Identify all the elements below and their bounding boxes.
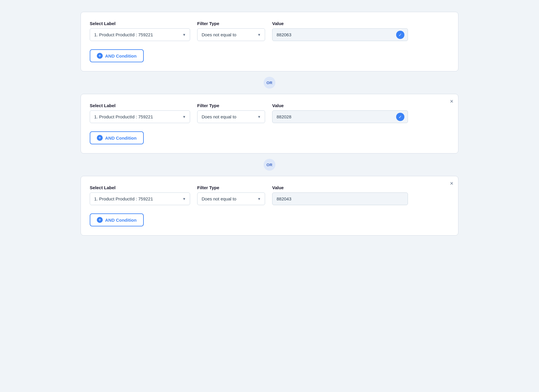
filter-row-3: Select Label 1. Product ProductId : 7592…	[90, 185, 449, 205]
close-button-3[interactable]: ×	[450, 180, 453, 186]
select-wrapper-3: 1. Product ProductId : 759221 ▼	[90, 192, 190, 205]
value-input-3[interactable]	[272, 192, 408, 205]
filter-type-wrapper-2: Does not equal to ▼	[197, 110, 265, 123]
field-group-filter-2: Filter Type Does not equal to ▼	[197, 103, 265, 123]
filter-type-input-1[interactable]: Does not equal to	[197, 28, 265, 41]
value-heading-2: Value	[272, 103, 408, 108]
and-condition-button-1[interactable]: + AND Condition	[90, 49, 144, 62]
value-heading-1: Value	[272, 21, 408, 26]
plus-icon-3: +	[97, 217, 103, 223]
select-label-input-1[interactable]: 1. Product ProductId : 759221	[90, 28, 190, 41]
value-heading-3: Value	[272, 185, 408, 190]
filter-type-input-2[interactable]: Does not equal to	[197, 110, 265, 123]
and-condition-label-3: AND Condition	[105, 218, 137, 223]
field-group-label-1: Select Label 1. Product ProductId : 7592…	[90, 21, 190, 41]
check-icon-2: ✓	[396, 113, 404, 121]
check-icon-1: ✓	[396, 31, 404, 39]
value-input-1[interactable]	[272, 28, 408, 41]
filter-group-1: Select Label 1. Product ProductId : 7592…	[81, 12, 458, 71]
filter-row-1: Select Label 1. Product ProductId : 7592…	[90, 21, 449, 41]
or-separator-2: OR	[81, 159, 458, 171]
filter-type-heading-3: Filter Type	[197, 185, 265, 190]
filter-row-2: Select Label 1. Product ProductId : 7592…	[90, 103, 449, 123]
page-container: Select Label 1. Product ProductId : 7592…	[81, 12, 458, 236]
and-condition-label-2: AND Condition	[105, 135, 137, 141]
close-button-2[interactable]: ×	[450, 98, 453, 104]
select-label-heading-2: Select Label	[90, 103, 190, 108]
filter-type-input-3[interactable]: Does not equal to	[197, 192, 265, 205]
and-condition-button-2[interactable]: + AND Condition	[90, 131, 144, 144]
filter-type-wrapper-3: Does not equal to ▼	[197, 192, 265, 205]
value-wrapper-3	[272, 192, 408, 205]
field-group-value-3: Value	[272, 185, 408, 205]
or-separator-1: OR	[81, 77, 458, 89]
field-group-label-3: Select Label 1. Product ProductId : 7592…	[90, 185, 190, 205]
value-wrapper-1: ✓	[272, 28, 408, 41]
or-badge-2: OR	[264, 159, 275, 171]
filter-group-3: × Select Label 1. Product ProductId : 75…	[81, 176, 458, 236]
field-group-value-1: Value ✓	[272, 21, 408, 41]
filter-type-heading-2: Filter Type	[197, 103, 265, 108]
value-input-2[interactable]	[272, 110, 408, 123]
or-badge-1: OR	[264, 77, 275, 89]
value-wrapper-2: ✓	[272, 110, 408, 123]
filter-type-heading-1: Filter Type	[197, 21, 265, 26]
select-label-input-2[interactable]: 1. Product ProductId : 759221	[90, 110, 190, 123]
and-condition-label-1: AND Condition	[105, 53, 137, 58]
select-wrapper-1: 1. Product ProductId : 759221 ▼	[90, 28, 190, 41]
field-group-filter-1: Filter Type Does not equal to ▼	[197, 21, 265, 41]
select-label-input-3[interactable]: 1. Product ProductId : 759221	[90, 192, 190, 205]
select-wrapper-2: 1. Product ProductId : 759221 ▼	[90, 110, 190, 123]
select-label-heading-1: Select Label	[90, 21, 190, 26]
plus-icon-2: +	[97, 135, 103, 141]
filter-type-wrapper-1: Does not equal to ▼	[197, 28, 265, 41]
field-group-label-2: Select Label 1. Product ProductId : 7592…	[90, 103, 190, 123]
plus-icon-1: +	[97, 53, 103, 59]
select-label-heading-3: Select Label	[90, 185, 190, 190]
filter-group-2: × Select Label 1. Product ProductId : 75…	[81, 94, 458, 153]
and-condition-button-3[interactable]: + AND Condition	[90, 213, 144, 226]
field-group-filter-3: Filter Type Does not equal to ▼	[197, 185, 265, 205]
field-group-value-2: Value ✓	[272, 103, 408, 123]
